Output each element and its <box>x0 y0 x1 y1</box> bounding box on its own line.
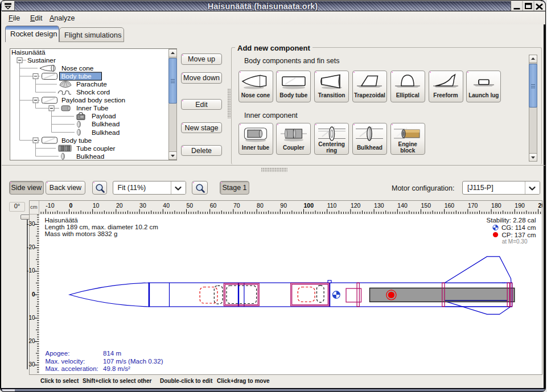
svg-text:0: 0 <box>69 202 72 209</box>
svg-text:50: 50 <box>186 202 193 209</box>
svg-text:Haisunäätä: Haisunäätä <box>11 49 46 56</box>
svg-text:Parachute: Parachute <box>76 80 107 88</box>
svg-text:10: 10 <box>28 314 35 320</box>
svg-text:-10: -10 <box>46 202 54 209</box>
svg-text:CP: 137 cm: CP: 137 cm <box>501 231 536 238</box>
svg-text:at M=0.30: at M=0.30 <box>501 238 527 245</box>
svg-text:Payload: Payload <box>92 112 116 120</box>
svg-text:40: 40 <box>163 202 170 209</box>
svg-text:Body tube: Body tube <box>61 72 92 80</box>
svg-text:60: 60 <box>209 202 216 209</box>
svg-text:-10: -10 <box>27 267 35 274</box>
svg-text:190: 190 <box>515 202 525 209</box>
svg-text:30: 30 <box>28 361 35 368</box>
svg-text:Inner Tube: Inner Tube <box>76 104 109 112</box>
svg-text:Bulkhead: Bulkhead <box>76 152 104 159</box>
svg-text:20: 20 <box>116 202 122 209</box>
svg-text:150: 150 <box>421 202 431 209</box>
svg-text:200: 200 <box>538 202 542 209</box>
svg-text:Max. velocity:: Max. velocity: <box>45 357 85 364</box>
svg-text:Max. acceleration:: Max. acceleration: <box>45 365 98 372</box>
svg-text:CG: 114 cm: CG: 114 cm <box>501 224 536 231</box>
svg-text:Haisunäätä: Haisunäätä <box>44 217 78 224</box>
svg-text:10: 10 <box>92 202 99 209</box>
svg-text:110: 110 <box>327 202 336 209</box>
svg-text:Nose cone: Nose cone <box>61 64 94 72</box>
svg-text:0: 0 <box>32 291 35 297</box>
svg-text:30: 30 <box>139 202 146 209</box>
svg-text:20: 20 <box>28 337 35 344</box>
svg-text:130: 130 <box>374 202 384 209</box>
svg-text:Apogee:: Apogee: <box>45 350 69 357</box>
svg-text:180: 180 <box>491 202 501 209</box>
svg-text:100: 100 <box>303 202 314 209</box>
svg-text:80: 80 <box>257 202 264 209</box>
svg-text:Stability: 2.28 cal: Stability: 2.28 cal <box>486 216 536 223</box>
svg-text:Tube coupler: Tube coupler <box>76 144 115 152</box>
svg-text:170: 170 <box>467 202 478 209</box>
svg-text:70: 70 <box>233 202 240 209</box>
svg-text:-30: -30 <box>27 220 35 226</box>
svg-text:Shock cord: Shock cord <box>76 88 110 96</box>
svg-text:814 m: 814 m <box>103 350 121 357</box>
svg-text:140: 140 <box>397 202 408 209</box>
svg-text:Bulkhead: Bulkhead <box>92 128 120 136</box>
svg-text:160: 160 <box>444 202 454 209</box>
svg-text:90: 90 <box>280 202 287 209</box>
svg-text:107 m/s (Mach 0.32): 107 m/s (Mach 0.32) <box>103 357 163 364</box>
svg-text:Sustainer: Sustainer <box>27 56 56 64</box>
svg-text:-20: -20 <box>27 244 35 250</box>
svg-text:49.8 m/s²: 49.8 m/s² <box>103 365 130 372</box>
svg-text:Bulkhead: Bulkhead <box>92 120 120 128</box>
svg-text:Length 189 cm, max. diameter 1: Length 189 cm, max. diameter 10.2 cm <box>44 224 158 230</box>
svg-text:Body tube: Body tube <box>61 136 92 144</box>
svg-text:120: 120 <box>350 202 360 209</box>
svg-text:Payload body section: Payload body section <box>61 96 125 104</box>
svg-text:Mass with motors 3832 g: Mass with motors 3832 g <box>44 230 117 237</box>
